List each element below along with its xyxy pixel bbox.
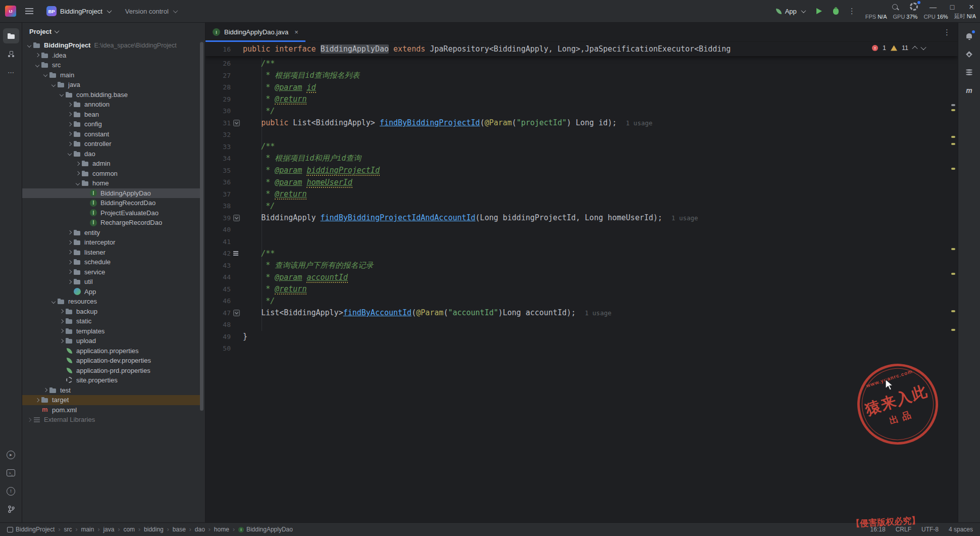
project-tree-scrollbar[interactable] [200,42,203,411]
chevron-right-icon[interactable] [66,268,73,276]
list-gutter-icon[interactable] [231,250,243,258]
chevron-down-icon[interactable] [25,41,33,49]
code-line-38[interactable]: 38 */ [205,200,958,212]
tree-item-test[interactable]: test [22,385,202,396]
settings-button[interactable] [909,3,918,12]
database-toolwindow-button[interactable] [961,65,977,80]
tree-item-application-properties[interactable]: application.properties [22,346,202,356]
tab-options-button[interactable]: ⋮ [943,28,951,37]
breadcrumb-item-com[interactable]: com [123,526,135,533]
tree-item-templates[interactable]: templates [22,326,202,336]
breadcrumb-item-biddingproject[interactable]: BiddingProject [7,526,55,533]
ai-assistant-button[interactable] [961,46,977,62]
indent-setting[interactable]: 4 spaces [949,526,973,533]
version-control-toolwindow-button[interactable] [3,502,19,517]
code-line-41[interactable]: 41 [205,236,958,248]
version-control-button[interactable]: Version control [121,6,181,17]
project-toolwindow-button[interactable] [3,28,19,43]
chevron-down-icon[interactable] [49,298,57,305]
tree-item-common[interactable]: common [22,169,202,179]
search-everywhere-button[interactable] [890,3,899,11]
inspection-widget[interactable]: ! 1 11 [868,43,930,53]
chevron-right-icon[interactable] [41,386,49,394]
project-panel-header[interactable]: Project [22,23,205,40]
tree-item-interceptor[interactable]: interceptor [22,237,202,248]
run-configuration-selector[interactable]: App [772,6,809,17]
cursor-position[interactable]: 16:18 [870,526,886,533]
line-separator[interactable]: CRLF [896,526,911,533]
code-line-28[interactable]: 28 * @param id [205,81,958,93]
tree-item-com-bidding-base[interactable]: com.bidding.base [22,90,202,100]
code-line-39[interactable]: 39 BiddingApply findByBiddingProjectIdAn… [205,212,958,224]
minimize-button[interactable]: — [929,3,938,11]
code-line-27[interactable]: 27 * 根据项目id查询报名列表 [205,70,958,82]
tree-item-bean[interactable]: bean [22,110,202,120]
project-widget-button[interactable]: BP BiddingProject [42,4,115,18]
chevron-right-icon[interactable] [66,249,73,256]
implementation-gutter-icon[interactable] [231,119,243,127]
chevron-right-icon[interactable] [66,101,73,108]
chevron-right-icon[interactable] [66,130,73,138]
more-toolwindows-button[interactable]: ⋯ [3,65,19,80]
notifications-button[interactable] [961,28,977,43]
code-line-43[interactable]: 43 * 查询该用户下所有的报名记录 [205,260,958,272]
breadcrumb-item-bidding[interactable]: bidding [144,526,164,533]
code-line-47[interactable]: 47 List<BiddingApply>findByAccountId(@Pa… [205,307,958,319]
code-editor[interactable]: 16 public interface BiddingApplyDao exte… [205,42,958,522]
tree-item-biddingapplydao[interactable]: BiddingApplyDao [22,188,202,199]
code-line-49[interactable]: 49} [205,331,958,343]
tree-item-backup[interactable]: backup [22,307,202,317]
tree-item--idea[interactable]: .idea [22,51,202,61]
chevron-down-icon[interactable] [58,91,65,99]
tree-item-biddingproject[interactable]: BiddingProjectE:\idea_space\BiddingProje… [22,40,202,51]
code-line-26[interactable]: 26 /** [205,58,958,70]
tree-item-listener[interactable]: listener [22,248,202,258]
chevron-right-icon[interactable] [33,52,41,59]
chevron-right-icon[interactable] [74,170,81,177]
services-toolwindow-button[interactable]: ▸ [3,447,19,462]
tree-item-projectevaluatedao[interactable]: ProjectEvaluateDao [22,208,202,218]
usage-inlay[interactable]: 1 usage [585,309,611,317]
code-line-46[interactable]: 46 */ [205,295,958,307]
tree-item-resources[interactable]: resources [22,297,202,307]
code-line-33[interactable]: 33 /** [205,141,958,153]
code-line-44[interactable]: 44 * @param accountId [205,271,958,283]
code-line-42[interactable]: 42 /** [205,248,958,260]
chevron-down-icon[interactable] [49,81,57,88]
chevron-right-icon[interactable] [66,140,73,148]
sticky-line[interactable]: 16 public interface BiddingApplyDao exte… [205,42,958,56]
tree-item-target[interactable]: target [22,395,202,405]
chevron-down-icon[interactable] [33,61,41,69]
code-line-37[interactable]: 37 * @return [205,188,958,201]
chevron-down-icon[interactable] [74,179,81,187]
tree-item-app[interactable]: App [22,287,202,297]
tree-item-util[interactable]: util [22,277,202,287]
chevron-down-icon[interactable] [66,150,73,158]
tree-item-external-libraries[interactable]: External Libraries [22,415,202,425]
code-line-48[interactable]: 48 [205,319,958,331]
tree-item-config[interactable]: config [22,119,202,129]
debug-button[interactable] [829,6,843,17]
tree-item-pom-xml[interactable]: pom.xml [22,405,202,415]
chevron-right-icon[interactable] [33,396,41,404]
file-encoding[interactable]: UTF-8 [921,526,939,533]
chevron-right-icon[interactable] [58,337,65,345]
maven-toolwindow-button[interactable]: m [961,83,977,98]
chevron-right-icon[interactable] [66,229,73,236]
usage-inlay[interactable]: 1 usage [672,214,698,222]
main-menu-icon[interactable] [25,8,33,14]
tree-item-annotion[interactable]: annotion [22,100,202,110]
tree-item-site-properties[interactable]: site.properties [22,375,202,385]
implementation-gutter-icon[interactable] [231,214,243,222]
code-line-34[interactable]: 34 * 根据项目id和用户id查询 [205,153,958,165]
close-button[interactable]: × [967,2,976,12]
tree-item-src[interactable]: src [22,60,202,70]
code-line-45[interactable]: 45 * @return [205,283,958,296]
tree-item-constant[interactable]: constant [22,129,202,139]
chevron-right-icon[interactable] [74,160,81,167]
structure-toolwindow-button[interactable] [3,46,19,62]
code-line-35[interactable]: 35 * @param biddingProjectId [205,165,958,177]
implementation-gutter-icon[interactable] [231,309,243,317]
tree-item-biddingrecorddao[interactable]: BiddingRecordDao [22,198,202,208]
terminal-toolwindow-button[interactable]: >_ [3,465,19,480]
